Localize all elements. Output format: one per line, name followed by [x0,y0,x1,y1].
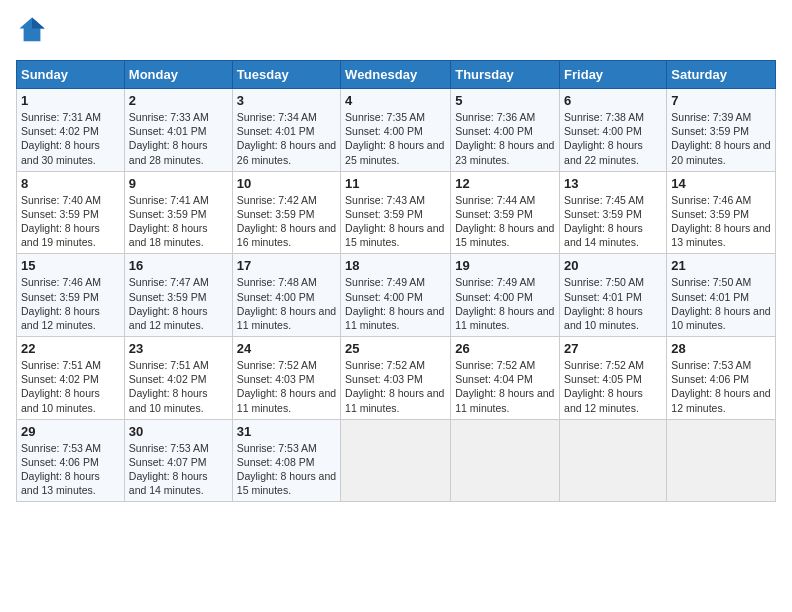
day-number: 4 [345,93,446,108]
day-info: Sunrise: 7:45 AMSunset: 3:59 PMDaylight:… [564,193,662,250]
weekday-header-friday: Friday [560,61,667,89]
calendar-cell: 26Sunrise: 7:52 AMSunset: 4:04 PMDayligh… [451,337,560,420]
day-info: Sunrise: 7:33 AMSunset: 4:01 PMDaylight:… [129,110,228,167]
calendar-week-row: 22Sunrise: 7:51 AMSunset: 4:02 PMDayligh… [17,337,776,420]
calendar-week-row: 15Sunrise: 7:46 AMSunset: 3:59 PMDayligh… [17,254,776,337]
weekday-header-monday: Monday [124,61,232,89]
day-info: Sunrise: 7:42 AMSunset: 3:59 PMDaylight:… [237,193,336,250]
weekday-header-wednesday: Wednesday [341,61,451,89]
day-number: 7 [671,93,771,108]
calendar-cell: 1Sunrise: 7:31 AMSunset: 4:02 PMDaylight… [17,89,125,172]
day-number: 10 [237,176,336,191]
day-info: Sunrise: 7:31 AMSunset: 4:02 PMDaylight:… [21,110,120,167]
day-number: 27 [564,341,662,356]
calendar-cell: 18Sunrise: 7:49 AMSunset: 4:00 PMDayligh… [341,254,451,337]
day-info: Sunrise: 7:50 AMSunset: 4:01 PMDaylight:… [564,275,662,332]
day-info: Sunrise: 7:47 AMSunset: 3:59 PMDaylight:… [129,275,228,332]
day-info: Sunrise: 7:49 AMSunset: 4:00 PMDaylight:… [455,275,555,332]
calendar-cell: 20Sunrise: 7:50 AMSunset: 4:01 PMDayligh… [560,254,667,337]
day-number: 9 [129,176,228,191]
day-info: Sunrise: 7:51 AMSunset: 4:02 PMDaylight:… [21,358,120,415]
day-number: 31 [237,424,336,439]
day-number: 21 [671,258,771,273]
day-number: 6 [564,93,662,108]
calendar-cell: 30Sunrise: 7:53 AMSunset: 4:07 PMDayligh… [124,419,232,502]
day-info: Sunrise: 7:40 AMSunset: 3:59 PMDaylight:… [21,193,120,250]
day-number: 26 [455,341,555,356]
day-number: 17 [237,258,336,273]
page-header [16,16,776,48]
calendar-cell: 22Sunrise: 7:51 AMSunset: 4:02 PMDayligh… [17,337,125,420]
day-info: Sunrise: 7:53 AMSunset: 4:08 PMDaylight:… [237,441,336,498]
day-info: Sunrise: 7:52 AMSunset: 4:03 PMDaylight:… [345,358,446,415]
calendar-cell: 7Sunrise: 7:39 AMSunset: 3:59 PMDaylight… [667,89,776,172]
day-info: Sunrise: 7:50 AMSunset: 4:01 PMDaylight:… [671,275,771,332]
calendar-cell [560,419,667,502]
day-number: 15 [21,258,120,273]
day-number: 25 [345,341,446,356]
calendar-cell: 3Sunrise: 7:34 AMSunset: 4:01 PMDaylight… [232,89,340,172]
calendar-cell: 5Sunrise: 7:36 AMSunset: 4:00 PMDaylight… [451,89,560,172]
day-info: Sunrise: 7:39 AMSunset: 3:59 PMDaylight:… [671,110,771,167]
day-number: 3 [237,93,336,108]
calendar-body: 1Sunrise: 7:31 AMSunset: 4:02 PMDaylight… [17,89,776,502]
logo-icon [18,16,46,44]
day-info: Sunrise: 7:53 AMSunset: 4:07 PMDaylight:… [129,441,228,498]
day-number: 14 [671,176,771,191]
calendar-cell: 31Sunrise: 7:53 AMSunset: 4:08 PMDayligh… [232,419,340,502]
calendar-cell: 15Sunrise: 7:46 AMSunset: 3:59 PMDayligh… [17,254,125,337]
calendar-cell: 29Sunrise: 7:53 AMSunset: 4:06 PMDayligh… [17,419,125,502]
calendar-cell: 21Sunrise: 7:50 AMSunset: 4:01 PMDayligh… [667,254,776,337]
calendar-cell [451,419,560,502]
day-number: 18 [345,258,446,273]
day-info: Sunrise: 7:48 AMSunset: 4:00 PMDaylight:… [237,275,336,332]
calendar-week-row: 29Sunrise: 7:53 AMSunset: 4:06 PMDayligh… [17,419,776,502]
day-info: Sunrise: 7:44 AMSunset: 3:59 PMDaylight:… [455,193,555,250]
calendar-cell: 16Sunrise: 7:47 AMSunset: 3:59 PMDayligh… [124,254,232,337]
calendar-cell: 17Sunrise: 7:48 AMSunset: 4:00 PMDayligh… [232,254,340,337]
day-number: 28 [671,341,771,356]
day-number: 20 [564,258,662,273]
day-number: 30 [129,424,228,439]
calendar-cell: 12Sunrise: 7:44 AMSunset: 3:59 PMDayligh… [451,171,560,254]
day-number: 11 [345,176,446,191]
day-number: 29 [21,424,120,439]
weekday-header-thursday: Thursday [451,61,560,89]
weekday-header-sunday: Sunday [17,61,125,89]
day-number: 5 [455,93,555,108]
day-info: Sunrise: 7:51 AMSunset: 4:02 PMDaylight:… [129,358,228,415]
day-info: Sunrise: 7:34 AMSunset: 4:01 PMDaylight:… [237,110,336,167]
day-info: Sunrise: 7:53 AMSunset: 4:06 PMDaylight:… [21,441,120,498]
day-number: 2 [129,93,228,108]
calendar-cell: 19Sunrise: 7:49 AMSunset: 4:00 PMDayligh… [451,254,560,337]
day-info: Sunrise: 7:52 AMSunset: 4:05 PMDaylight:… [564,358,662,415]
day-number: 12 [455,176,555,191]
weekday-header-saturday: Saturday [667,61,776,89]
day-info: Sunrise: 7:43 AMSunset: 3:59 PMDaylight:… [345,193,446,250]
calendar-cell: 24Sunrise: 7:52 AMSunset: 4:03 PMDayligh… [232,337,340,420]
calendar-cell: 27Sunrise: 7:52 AMSunset: 4:05 PMDayligh… [560,337,667,420]
calendar-cell: 11Sunrise: 7:43 AMSunset: 3:59 PMDayligh… [341,171,451,254]
calendar-table: SundayMondayTuesdayWednesdayThursdayFrid… [16,60,776,502]
calendar-cell: 6Sunrise: 7:38 AMSunset: 4:00 PMDaylight… [560,89,667,172]
day-info: Sunrise: 7:41 AMSunset: 3:59 PMDaylight:… [129,193,228,250]
day-number: 13 [564,176,662,191]
calendar-header-row: SundayMondayTuesdayWednesdayThursdayFrid… [17,61,776,89]
day-info: Sunrise: 7:49 AMSunset: 4:00 PMDaylight:… [345,275,446,332]
calendar-cell: 14Sunrise: 7:46 AMSunset: 3:59 PMDayligh… [667,171,776,254]
day-number: 22 [21,341,120,356]
calendar-cell: 4Sunrise: 7:35 AMSunset: 4:00 PMDaylight… [341,89,451,172]
day-number: 16 [129,258,228,273]
day-number: 23 [129,341,228,356]
calendar-cell: 2Sunrise: 7:33 AMSunset: 4:01 PMDaylight… [124,89,232,172]
day-info: Sunrise: 7:52 AMSunset: 4:04 PMDaylight:… [455,358,555,415]
calendar-cell [341,419,451,502]
calendar-cell: 9Sunrise: 7:41 AMSunset: 3:59 PMDaylight… [124,171,232,254]
day-info: Sunrise: 7:52 AMSunset: 4:03 PMDaylight:… [237,358,336,415]
day-info: Sunrise: 7:35 AMSunset: 4:00 PMDaylight:… [345,110,446,167]
calendar-cell: 25Sunrise: 7:52 AMSunset: 4:03 PMDayligh… [341,337,451,420]
calendar-week-row: 1Sunrise: 7:31 AMSunset: 4:02 PMDaylight… [17,89,776,172]
calendar-cell: 10Sunrise: 7:42 AMSunset: 3:59 PMDayligh… [232,171,340,254]
calendar-week-row: 8Sunrise: 7:40 AMSunset: 3:59 PMDaylight… [17,171,776,254]
calendar-cell [667,419,776,502]
